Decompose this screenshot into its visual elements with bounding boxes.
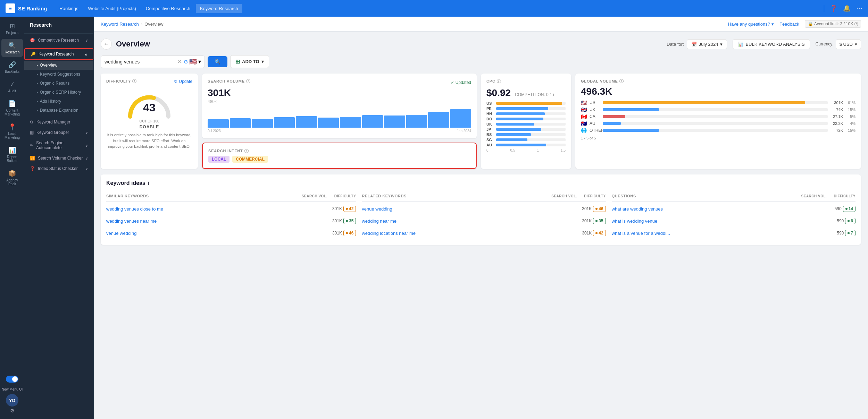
related-diff-header: DIFFICULTY — [584, 194, 606, 198]
add-to-label: ADD TO — [242, 59, 259, 64]
related-kw-1[interactable]: venue wedding — [362, 206, 576, 212]
index-checker-item[interactable]: ❓ Index Status Checker ∨ — [24, 163, 93, 174]
si-info-icon[interactable]: i — [244, 149, 249, 153]
date-selector-button[interactable]: 📅 July 2024 ▾ — [687, 39, 727, 49]
user-avatar[interactable]: YD — [6, 394, 18, 407]
questions-diff-dot-2 — [848, 220, 850, 222]
cpc-top-row: $0.92 COMPETITION: 0.1 i — [486, 86, 566, 99]
sub-overview[interactable]: Overview — [24, 61, 93, 70]
keyword-search-input[interactable] — [105, 59, 175, 65]
related-row-3: wedding locations near me 301K 42 — [362, 227, 606, 239]
keyword-research-label: Keyword Research — [39, 52, 74, 57]
sidebar-item-local[interactable]: 📍 Local Marketing — [1, 120, 23, 142]
sidebar-item-backlinks[interactable]: 🔗 Backlinks — [1, 58, 23, 76]
autocomplete-chevron-icon: ∨ — [85, 144, 88, 147]
autocomplete-icon: ✏ — [30, 143, 33, 148]
cpc-axis: 0 0.5 1 1.5 — [486, 148, 566, 152]
questions-kw-3[interactable]: what is a venue for a weddi... — [612, 231, 829, 236]
keyword-grouper-item[interactable]: ▦ Keyword Grouper ∨ — [24, 127, 93, 138]
keyword-manager-left: ⚙ Keyword Manager — [30, 120, 70, 125]
gv-pct-au: 4% — [846, 121, 856, 126]
currency-selector-button[interactable]: $ USD ▾ — [836, 39, 861, 49]
gv-info-icon[interactable]: i — [619, 79, 624, 83]
metric-cards-row: DIFFICULTY i ↻ Update — [101, 74, 861, 169]
sidebar-item-research[interactable]: 🔍 Research — [1, 39, 23, 57]
sv-info-icon[interactable]: i — [246, 79, 250, 83]
database-label: Database Expansion — [40, 108, 78, 113]
related-kw-2[interactable]: wedding near me — [362, 219, 576, 224]
breadcrumb-keyword-research[interactable]: Keyword Research — [101, 22, 139, 27]
search-button[interactable]: 🔍 — [208, 56, 227, 67]
competitive-research-item[interactable]: 🎯 Competitive Research ∨ — [24, 35, 93, 45]
sv-bar-chart — [208, 107, 471, 128]
nav-audit[interactable]: Website Audit (Projects) — [84, 4, 140, 13]
competition-info-icon[interactable]: i — [553, 92, 554, 97]
ki-title-text: Keyword ideas — [106, 180, 145, 186]
similar-kw-1[interactable]: wedding venues close to me — [106, 206, 327, 212]
app-body: ⊞ Projects 🔍 Research 🔗 Backlinks ✓ Audi… — [0, 17, 868, 419]
gv-pct-ca: 5% — [846, 114, 856, 119]
currency-section: Currency: $ USD ▾ — [816, 39, 861, 49]
autocomplete-item[interactable]: ✏ Search Engine Autocomplete ∨ — [24, 138, 93, 153]
cpc-info-icon[interactable]: i — [497, 79, 501, 83]
have-questions-btn[interactable]: Have any questions? ▾ — [728, 22, 774, 27]
similar-kw-2[interactable]: wedding venues near me — [106, 219, 327, 224]
sub-ads[interactable]: Ads History — [24, 97, 93, 106]
sub-suggestions[interactable]: Keyword Suggestions — [24, 70, 93, 79]
questions-kw-1[interactable]: what are wedding venues — [612, 206, 826, 212]
nav-competitive[interactable]: Competitive Research — [142, 4, 194, 13]
more-icon[interactable]: ⋯ — [856, 5, 862, 12]
sidebar-item-report[interactable]: 📊 Report Builder — [1, 144, 23, 165]
back-button[interactable]: ← — [101, 39, 112, 50]
similar-kw-3[interactable]: venue wedding — [106, 231, 327, 236]
sidebar-item-projects[interactable]: ⊞ Projects — [1, 19, 23, 37]
app-logo[interactable]: ≡ SE Ranking — [6, 3, 47, 13]
cpc-bar-us-fill — [496, 102, 562, 105]
questions-kw-2[interactable]: what is wedding venue — [612, 219, 829, 224]
autocomplete-label: Search Engine Autocomplete — [36, 140, 85, 150]
competition-value: 0.1 — [546, 92, 552, 97]
projects-icon: ⊞ — [10, 22, 15, 30]
similar-diff-val-1: 42 — [349, 206, 353, 211]
bar-1 — [208, 119, 229, 128]
sidebar-item-content[interactable]: 📄 Content Marketing — [1, 97, 23, 119]
bell-icon[interactable]: 🔔 — [843, 5, 851, 12]
nav-rankings[interactable]: Rankings — [55, 4, 82, 13]
new-menu-toggle[interactable] — [6, 376, 18, 383]
related-diff-1: 46 — [593, 206, 606, 212]
keyword-manager-item[interactable]: ⚙ Keyword Manager — [24, 117, 93, 127]
add-to-button[interactable]: ⊞ ADD TO ▾ — [230, 55, 269, 68]
google-icon: G — [184, 59, 188, 65]
ki-info-icon[interactable]: i — [148, 180, 149, 186]
gv-bar-other-wrap — [603, 129, 828, 132]
sv-chart-labels: Jul 2023 Jan 2024 — [208, 129, 471, 133]
google-flag-selector[interactable]: G 🇺🇸 ▾ — [184, 58, 201, 66]
sub-serp[interactable]: Organic SERP History — [24, 88, 93, 97]
ki-grid: SIMILAR KEYWORDS SEARCH VOL. DIFFICULTY … — [106, 191, 856, 239]
volume-checker-item[interactable]: 📶 Search Volume Checker ∨ — [24, 153, 93, 163]
have-questions-text: Have any questions? — [728, 22, 770, 27]
cpc-bar-sg-fill — [496, 138, 527, 141]
cpc-axis-05: 0.5 — [510, 148, 515, 152]
settings-icon[interactable]: ⚙ — [10, 408, 15, 413]
gv-bar-uk — [603, 108, 659, 111]
sv-label: SEARCH VOLUME i — [208, 79, 250, 83]
competitive-research-left: 🎯 Competitive Research — [30, 38, 79, 43]
sub-organic[interactable]: Organic Results — [24, 79, 93, 88]
backlinks-icon: 🔗 — [8, 61, 16, 69]
related-kw-3[interactable]: wedding locations near me — [362, 231, 576, 236]
check-icon: ✓ — [451, 80, 454, 85]
sub-database[interactable]: Database Expansion — [24, 106, 93, 115]
difficulty-info-icon[interactable]: i — [132, 79, 136, 83]
similar-keywords-header: SIMILAR KEYWORDS SEARCH VOL. DIFFICULTY — [106, 191, 356, 202]
sidebar-item-audit[interactable]: ✓ Audit — [1, 78, 23, 96]
help-icon[interactable]: ❓ — [830, 5, 837, 12]
sidebar-item-agency[interactable]: 📦 Agency Pack — [1, 167, 23, 189]
bulk-keyword-analysis-button[interactable]: 📊 BULK KEYWORD ANALYSIS — [733, 39, 810, 49]
difficulty-update-btn[interactable]: ↻ Update — [174, 79, 192, 84]
cpc-bar-us-bg — [496, 102, 566, 105]
keyword-research-item[interactable]: 🔑 Keyword Research ∧ — [24, 48, 93, 60]
feedback-btn[interactable]: Feedback — [779, 22, 799, 27]
search-clear-icon[interactable]: ✕ — [177, 58, 182, 65]
nav-keyword[interactable]: Keyword Research — [196, 4, 242, 13]
